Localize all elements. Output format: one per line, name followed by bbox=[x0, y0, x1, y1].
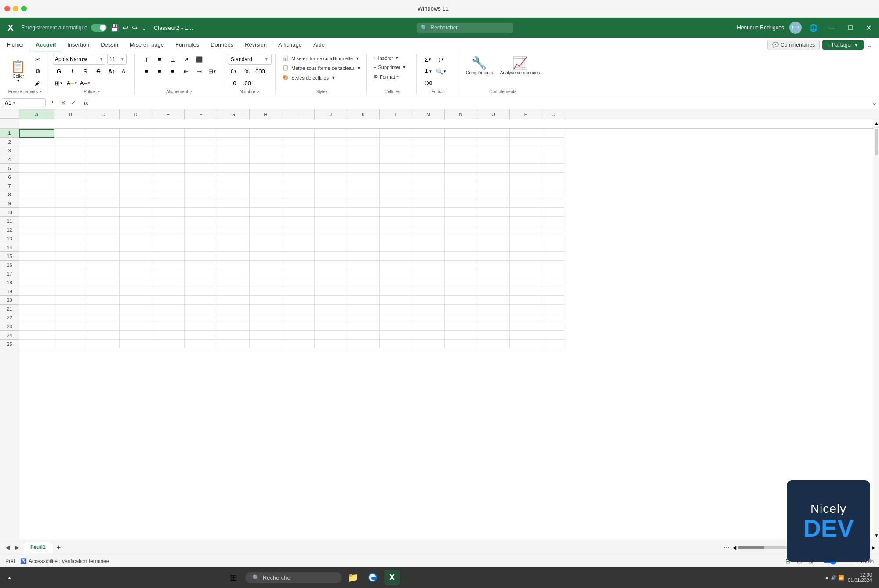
cell-H3[interactable] bbox=[250, 146, 282, 155]
cell-C25[interactable] bbox=[87, 340, 120, 348]
cell-H5[interactable] bbox=[250, 164, 282, 173]
cell-N25[interactable] bbox=[445, 340, 477, 348]
cell-O5[interactable] bbox=[477, 164, 510, 173]
cell-E18[interactable] bbox=[152, 278, 185, 287]
cell-E21[interactable] bbox=[152, 305, 185, 313]
cell-E16[interactable] bbox=[152, 261, 185, 269]
cell-M3[interactable] bbox=[412, 146, 445, 155]
cell-C20[interactable] bbox=[87, 296, 120, 305]
cell-J4[interactable] bbox=[315, 155, 347, 164]
cell-E22[interactable] bbox=[152, 313, 185, 322]
row-header-13[interactable]: 13 bbox=[0, 234, 19, 243]
cell-K25[interactable] bbox=[347, 340, 380, 348]
cell-B19[interactable] bbox=[54, 287, 87, 296]
cell-O8[interactable] bbox=[477, 190, 510, 199]
complements-button[interactable]: 🔧 Compléments bbox=[463, 54, 496, 77]
cell-J12[interactable] bbox=[315, 225, 347, 234]
cell-N8[interactable] bbox=[445, 190, 477, 199]
cell-G9[interactable] bbox=[217, 199, 250, 208]
cell-M15[interactable] bbox=[412, 252, 445, 261]
cell-extra-4[interactable] bbox=[542, 155, 564, 164]
cell-G2[interactable] bbox=[217, 138, 250, 146]
cell-extra-23[interactable] bbox=[542, 322, 564, 331]
cell-B1[interactable] bbox=[54, 129, 87, 138]
cell-A10[interactable] bbox=[19, 208, 54, 217]
cell-E24[interactable] bbox=[152, 331, 185, 340]
paste-button[interactable]: 📋 Coller ▼ bbox=[7, 58, 29, 85]
row-header-3[interactable]: 3 bbox=[0, 146, 19, 155]
underline-button[interactable]: S bbox=[79, 66, 91, 76]
row-header-8[interactable]: 8 bbox=[0, 190, 19, 199]
cell-extra-16[interactable] bbox=[542, 261, 564, 269]
col-header-B[interactable]: B bbox=[54, 109, 87, 119]
cell-O3[interactable] bbox=[477, 146, 510, 155]
row-header-25[interactable]: 25 bbox=[0, 340, 19, 348]
cell-L8[interactable] bbox=[380, 190, 412, 199]
cell-F4[interactable] bbox=[185, 155, 217, 164]
cell-E9[interactable] bbox=[152, 199, 185, 208]
cell-L6[interactable] bbox=[380, 173, 412, 181]
cell-I13[interactable] bbox=[282, 234, 315, 243]
cell-I25[interactable] bbox=[282, 340, 315, 348]
cell-I14[interactable] bbox=[282, 243, 315, 252]
cell-J20[interactable] bbox=[315, 296, 347, 305]
cell-I5[interactable] bbox=[282, 164, 315, 173]
cell-extra-1[interactable] bbox=[542, 129, 564, 138]
cell-K19[interactable] bbox=[347, 287, 380, 296]
align-left-button[interactable]: ≡ bbox=[140, 66, 153, 76]
cell-E19[interactable] bbox=[152, 287, 185, 296]
cell-N9[interactable] bbox=[445, 199, 477, 208]
cell-H16[interactable] bbox=[250, 261, 282, 269]
cell-extra-19[interactable] bbox=[542, 287, 564, 296]
cell-A11[interactable] bbox=[19, 217, 54, 225]
cell-F1[interactable] bbox=[185, 129, 217, 138]
cell-B17[interactable] bbox=[54, 269, 87, 278]
cell-H17[interactable] bbox=[250, 269, 282, 278]
cell-J5[interactable] bbox=[315, 164, 347, 173]
cell-A25[interactable] bbox=[19, 340, 54, 348]
col-header-D[interactable]: D bbox=[120, 109, 152, 119]
cell-P23[interactable] bbox=[510, 322, 542, 331]
confirm-formula-button[interactable]: ✓ bbox=[69, 98, 78, 108]
cell-B8[interactable] bbox=[54, 190, 87, 199]
col-header-J[interactable]: J bbox=[315, 109, 347, 119]
cell-N19[interactable] bbox=[445, 287, 477, 296]
row-header-10[interactable]: 10 bbox=[0, 208, 19, 217]
italic-button[interactable]: I bbox=[66, 66, 78, 76]
cell-N16[interactable] bbox=[445, 261, 477, 269]
cell-K6[interactable] bbox=[347, 173, 380, 181]
cell-C15[interactable] bbox=[87, 252, 120, 261]
strikethrough-button[interactable]: S bbox=[92, 66, 105, 76]
cell-F3[interactable] bbox=[185, 146, 217, 155]
cell-O17[interactable] bbox=[477, 269, 510, 278]
maximize-traffic-light[interactable] bbox=[21, 6, 27, 11]
cell-M5[interactable] bbox=[412, 164, 445, 173]
cell-L12[interactable] bbox=[380, 225, 412, 234]
cell-F2[interactable] bbox=[185, 138, 217, 146]
cell-extra-9[interactable] bbox=[542, 199, 564, 208]
cell-K3[interactable] bbox=[347, 146, 380, 155]
cell-D4[interactable] bbox=[120, 155, 152, 164]
cell-K13[interactable] bbox=[347, 234, 380, 243]
cell-E25[interactable] bbox=[152, 340, 185, 348]
cell-F25[interactable] bbox=[185, 340, 217, 348]
search-bar[interactable]: 🔍 Rechercher bbox=[417, 23, 513, 33]
cell-B7[interactable] bbox=[54, 181, 87, 190]
cell-E8[interactable] bbox=[152, 190, 185, 199]
cell-D9[interactable] bbox=[120, 199, 152, 208]
cell-I6[interactable] bbox=[282, 173, 315, 181]
cell-M16[interactable] bbox=[412, 261, 445, 269]
cell-B2[interactable] bbox=[54, 138, 87, 146]
cell-P9[interactable] bbox=[510, 199, 542, 208]
cell-M9[interactable] bbox=[412, 199, 445, 208]
row-header-24[interactable]: 24 bbox=[0, 331, 19, 340]
cell-J8[interactable] bbox=[315, 190, 347, 199]
row-header-16[interactable]: 16 bbox=[0, 261, 19, 269]
cell-L23[interactable] bbox=[380, 322, 412, 331]
cell-G7[interactable] bbox=[217, 181, 250, 190]
clear-button[interactable]: ⌫ bbox=[422, 78, 434, 88]
cell-G17[interactable] bbox=[217, 269, 250, 278]
cell-K12[interactable] bbox=[347, 225, 380, 234]
cell-extra-13[interactable] bbox=[542, 234, 564, 243]
cell-A23[interactable] bbox=[19, 322, 54, 331]
